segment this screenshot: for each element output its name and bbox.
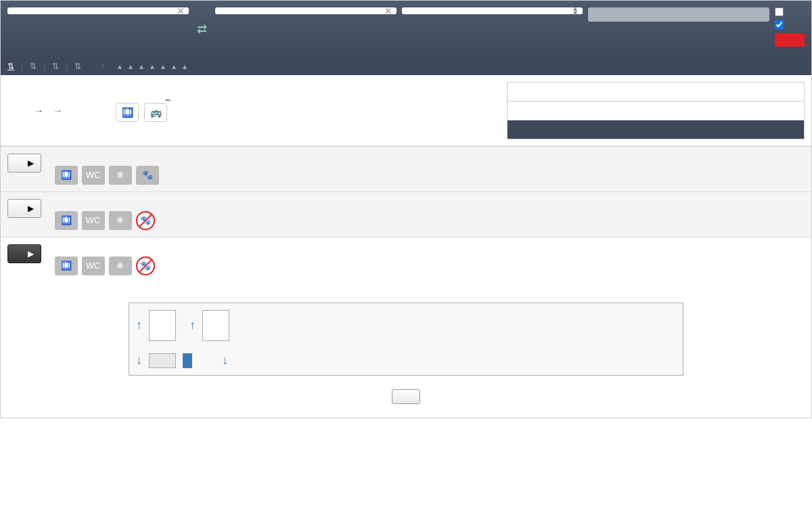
filter-trains[interactable]: ▴ — [139, 62, 143, 71]
sort-departure[interactable]: ⇅ — [7, 62, 14, 71]
checkboxes — [775, 7, 786, 29]
wagon-seats — [729, 154, 805, 162]
filter-benefits[interactable]: ▴ — [183, 62, 187, 71]
search-bar: ✕ ⇄ ✕ ▲▼ — [1, 1, 811, 58]
cb-transfer-input[interactable] — [775, 7, 784, 16]
nopet-icon: 🐾 — [136, 256, 155, 275]
arrow-up-icon: ↑ — [189, 318, 196, 332]
wagon-button-5[interactable]: ▶ — [7, 199, 41, 218]
wagon-button-6[interactable]: ▶ — [7, 244, 41, 263]
sort-duration[interactable]: ⇅ — [52, 62, 59, 71]
wagon-row-7: ▶ 🛄 WC ❄ 🐾 — [1, 146, 811, 192]
filter-wagon[interactable]: ▴ — [150, 62, 154, 71]
wagon-seats — [729, 244, 805, 252]
submit-button[interactable] — [775, 33, 805, 47]
filters-bar: ⇅ | ⇅ | ⇅ | ⇅ / ▴ ▴ ▴ ▴ ▴ ▴ ▴ — [1, 58, 811, 75]
ac-icon: ❄ — [109, 211, 132, 230]
class-row-kupe[interactable] — [507, 101, 805, 120]
arrow-up-icon: ↑ — [136, 318, 142, 332]
cb-transfer[interactable] — [775, 7, 786, 16]
class-row-sv[interactable] — [507, 82, 805, 102]
wc-icon: WC — [82, 211, 105, 230]
filter-baggage[interactable]: ▴ — [118, 62, 122, 71]
baggage-icon: 🛄 — [55, 211, 78, 230]
scheme-top-row: ↑ ↑ — [136, 310, 676, 341]
ac-icon: ❄ — [109, 166, 132, 185]
ac-icon: ❄ — [109, 256, 132, 275]
wagon-meta — [55, 154, 715, 162]
filter-carrier[interactable]: ▴ — [129, 62, 133, 71]
clear-to-icon[interactable]: ✕ — [384, 5, 392, 16]
baggage-icon: 🛄 — [55, 256, 78, 275]
date-field[interactable]: ▲▼ — [402, 7, 583, 14]
to-field[interactable]: ✕ — [215, 7, 397, 14]
services-icon: 🚌 — [144, 103, 167, 122]
from-hints — [7, 17, 189, 39]
wc-box — [202, 310, 229, 341]
class-row-plats[interactable] — [507, 120, 805, 139]
swap-icon[interactable]: ⇄ — [194, 22, 210, 37]
clear-from-icon[interactable]: ✕ — [177, 5, 185, 16]
baggage-icon: 🛄 — [116, 103, 139, 122]
spinner-icon[interactable]: ▲▼ — [572, 6, 579, 16]
scheme-bottom-row: ↓ ↓ — [136, 353, 676, 368]
cb-tickets-input[interactable] — [775, 20, 784, 29]
pet-icon: 🐾 — [136, 166, 159, 185]
wc-icon: WC — [82, 166, 105, 185]
classes-list — [507, 82, 805, 139]
return-field[interactable] — [588, 7, 769, 22]
duration: → → — [35, 106, 62, 116]
baggage-icon: 🛄 — [55, 166, 78, 185]
wc-icon: WC — [82, 256, 105, 275]
wagon-row-6: ▶ 🛄 WC ❄ 🐾 — [1, 237, 811, 282]
arrow-down-icon: ↓ — [136, 353, 142, 367]
nopet-icon: 🐾 — [136, 211, 155, 230]
return-label — [593, 10, 764, 18]
filter-class[interactable]: ▴ — [161, 62, 165, 71]
wagon-meta — [55, 244, 715, 252]
to-hints — [215, 17, 397, 51]
arrow-down-icon: ↓ — [222, 353, 228, 367]
wagon-meta — [55, 199, 715, 207]
train-number — [7, 85, 493, 96]
filter-services[interactable]: ▴ — [172, 62, 176, 71]
sort-price[interactable]: ⇅ — [74, 62, 81, 71]
proceed-button[interactable] — [392, 389, 420, 404]
sort-arrival[interactable]: ⇅ — [30, 62, 37, 71]
from-field[interactable]: ✕ — [7, 7, 189, 14]
wagon-button-7[interactable]: ▶ — [7, 154, 41, 173]
wagon-scheme: ↑ ↑ ↓ ↓ — [129, 303, 683, 376]
wagon-row-5: ▶ 🛄 WC ❄ 🐾 — [1, 192, 811, 237]
wagon-seats — [729, 199, 805, 207]
train-info: → → 🛄 🚌 — [1, 75, 811, 146]
cb-tickets[interactable] — [775, 20, 786, 29]
wc-box — [149, 310, 176, 341]
